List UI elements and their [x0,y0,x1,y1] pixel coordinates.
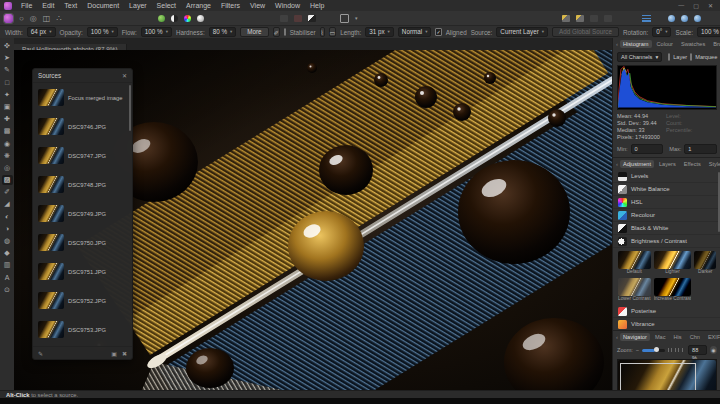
zoom-fit-icon[interactable]: ◉ [710,346,717,354]
menu-edit[interactable]: Edit [37,2,59,9]
adjustment-item-white-balance[interactable]: White Balance [613,183,720,196]
zoom-actual-view-icon[interactable] [681,15,688,22]
pick-source-icon[interactable]: ✎ [38,350,43,357]
tab-layers[interactable]: Layers [656,160,679,168]
sources-scrollbar[interactable] [129,85,131,131]
max-field[interactable]: 1 [684,144,717,154]
crop-tool[interactable]: ▣ [2,102,13,112]
snapshot-icon[interactable] [308,15,316,22]
more-button[interactable]: More [240,27,268,37]
min-field[interactable]: 0 [631,144,664,154]
rotation-field[interactable]: 0°▾ [652,27,671,37]
flow-field[interactable]: 100 %▾ [141,27,172,37]
layer-checkbox[interactable] [668,53,670,61]
erase-brush-tool[interactable]: ◢ [2,199,13,209]
merge-icon[interactable] [604,15,612,22]
adjustment-item-hsl[interactable]: HSL [613,196,720,209]
source-item[interactable]: Focus merged image [33,83,132,112]
menu-help[interactable]: Help [305,2,329,9]
source-item[interactable]: DSC9752.JPG [33,286,132,315]
menu-select[interactable]: Select [152,2,181,9]
hardness-field[interactable]: 80 %▾ [209,27,237,37]
inpainting-brush-tool[interactable]: ❋ [2,151,13,161]
clone-brush-tool[interactable]: ▨ [2,175,13,185]
menu-arrange[interactable]: Arrange [181,2,216,9]
menu-filters[interactable]: Filters [216,2,245,9]
width-field[interactable]: 64 px▾ [27,27,56,37]
develop-persona-icon[interactable]: ◎ [30,14,37,23]
menu-layer[interactable]: Layer [124,2,152,9]
tab-brushes[interactable]: Brushes [710,40,720,48]
auto-contrast-icon[interactable] [171,15,178,22]
collapse-icon[interactable]: ‹ [616,41,618,47]
length-field[interactable]: 31 px▾ [365,27,394,37]
adjustment-item-recolour[interactable]: Recolour [613,209,720,222]
paint-brush-tool[interactable]: ✐ [2,187,13,197]
canvas[interactable]: Sources ✕ Focus merged image DSC9746.JPG… [14,50,612,390]
adjustment-item-vibrance[interactable]: Vibrance [613,318,720,330]
tab-histogram[interactable]: Histogram [620,40,652,48]
tab-colour[interactable]: Colour [654,40,676,48]
minimize-icon[interactable]: — [678,2,684,9]
source-item[interactable]: DSC9748.JPG [33,170,132,199]
move-tool[interactable]: ➤ [2,53,13,63]
menu-view[interactable]: View [245,2,270,9]
pan-view-icon[interactable] [694,15,701,22]
adjustment-item-levels[interactable]: Levels [613,170,720,183]
marquee-select-tool[interactable]: □ [2,78,13,88]
tab-exif[interactable]: EXIF [705,333,720,341]
marquee-checkbox[interactable] [690,53,692,61]
tab-macro[interactable]: Mac [652,333,669,341]
flood-fill-tool[interactable]: ◆ [2,248,13,258]
maximize-icon[interactable]: ▢ [693,2,699,9]
opacity-field[interactable]: 100 %▾ [87,27,118,37]
source-select[interactable]: Current Layer▾ [496,27,548,37]
auto-colour-icon[interactable] [184,15,191,22]
collapse-icon[interactable]: ‹ [616,334,618,340]
text-tool[interactable]: A [2,273,13,283]
photo-persona-icon[interactable] [4,14,13,23]
sponge-brush-tool[interactable]: ◍ [2,236,13,246]
delete-source-icon[interactable]: ✖ [122,350,127,357]
close-icon[interactable]: ✕ [122,72,127,79]
window-stabiliser-icon[interactable]: ▭ [329,27,337,37]
assistant-icon[interactable] [642,15,651,22]
view-tool[interactable]: ✜ [2,41,13,51]
sources-panel-header[interactable]: Sources ✕ [33,69,132,83]
close-icon[interactable]: ✕ [708,2,713,9]
brush-tip-icon[interactable]: ✐ [273,27,280,37]
source-item[interactable]: DSC9753.JPG [33,315,132,344]
flood-select-tool[interactable]: ✦ [2,90,13,100]
menu-file[interactable]: File [16,2,37,9]
auto-levels-icon[interactable] [158,15,165,22]
preset-lighter[interactable]: Lighter [654,251,692,275]
source-item[interactable]: DSC9750.JPG [33,228,132,257]
redo-icon[interactable] [294,15,302,22]
zoom-tool[interactable]: ⊙ [2,285,13,295]
patch-tool[interactable]: ▩ [2,126,13,136]
tab-swatches[interactable]: Swatches [678,40,708,48]
zoom-slider[interactable] [642,349,665,352]
flatten-icon[interactable] [590,15,598,22]
tab-channels[interactable]: Chn [687,333,703,341]
selection-brush-tool[interactable]: ✎ [2,65,13,75]
scale-field[interactable]: 100 %▾ [697,27,720,37]
preset-lower-contrast[interactable]: Lower Contrast [618,278,651,302]
clip-canvas-icon[interactable] [340,14,349,23]
tab-effects[interactable]: Effects [681,160,704,168]
stabiliser-checkbox[interactable] [284,28,286,36]
source-item[interactable]: DSC9747.JPG [33,141,132,170]
copy-merged-icon[interactable] [562,15,570,22]
source-item[interactable]: DSC9749.JPG [33,199,132,228]
liquify-persona-icon[interactable]: ○ [19,14,24,23]
auto-white-balance-icon[interactable] [197,15,204,22]
paste-icon[interactable] [576,15,584,22]
preset-darker[interactable]: Darker [694,251,716,275]
tone-mapping-persona-icon[interactable]: ◫ [43,14,51,23]
burn-brush-tool[interactable]: ◑ [2,224,13,234]
rope-stabiliser-icon[interactable]: ⌇ [320,27,325,37]
source-item[interactable]: DSC9751.JPG [33,257,132,286]
zoom-fit-view-icon[interactable] [668,15,675,22]
menu-text[interactable]: Text [59,2,82,9]
menu-window[interactable]: Window [270,2,305,9]
